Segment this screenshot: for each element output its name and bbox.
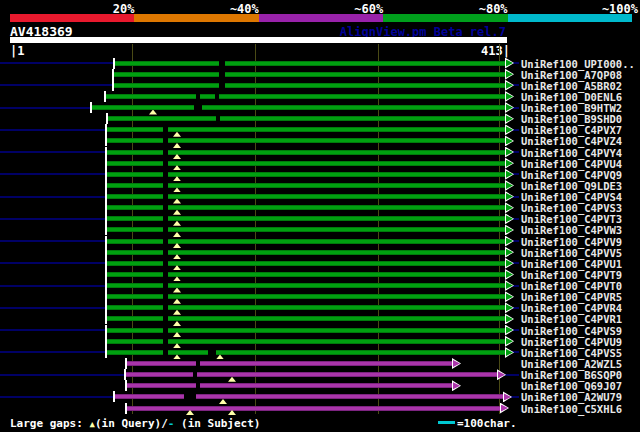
hit-arrowhead: [505, 302, 514, 313]
ruler-scale-icon: [438, 421, 455, 424]
query-gap-triangle: [173, 232, 181, 237]
query-gap-triangle: [173, 132, 181, 137]
start-tick: [125, 403, 127, 414]
hit-bar[interactable]: [114, 61, 505, 66]
hit-arrowhead-fill: [506, 304, 513, 311]
subject-gap-mark: [163, 339, 168, 344]
hit-bar[interactable]: [105, 94, 505, 99]
subject-gap-mark: [215, 94, 219, 99]
hit-arrowhead-fill: [506, 215, 513, 222]
query-gap-triangle: [173, 165, 181, 170]
hit-arrowhead: [505, 102, 514, 113]
hit-arrowhead: [505, 180, 514, 191]
subject-gap-mark: [163, 283, 168, 288]
subject-gap-mark: [163, 316, 168, 321]
hit-bar[interactable]: [126, 406, 500, 411]
start-tick: [105, 213, 107, 224]
start-tick: [104, 91, 106, 102]
start-tick: [105, 247, 107, 258]
subject-gap-mark: [163, 227, 168, 232]
query-gap-triangle: [219, 399, 227, 404]
legend-gaps-suffix: (in Subject): [174, 417, 260, 430]
query-gap-triangle: [173, 343, 181, 348]
legend-gaps-mid: (in Query)/: [95, 417, 168, 430]
start-tick: [90, 102, 92, 113]
subject-gap-mark: [193, 372, 197, 377]
subject-gap-mark: [184, 394, 196, 399]
scale-label: ~60%: [354, 2, 383, 16]
hit-arrowhead: [505, 169, 514, 180]
hit-label[interactable]: UniRef100_C5XHL6: [521, 403, 622, 415]
subject-gap-mark: [163, 261, 168, 266]
start-tick: [105, 236, 107, 247]
start-tick: [112, 69, 114, 80]
hit-bar[interactable]: [126, 361, 452, 366]
scale-label: 20%: [113, 2, 135, 16]
start-tick: [105, 202, 107, 213]
alignview-screen: 20%~40%~60%~80%~100% AV418369 AlignView.…: [0, 0, 640, 432]
hit-bar[interactable]: [114, 394, 503, 399]
start-tick: [105, 336, 107, 347]
hit-arrowhead-fill: [506, 171, 513, 178]
hit-arrowhead: [452, 380, 461, 391]
hit-arrowhead: [505, 224, 514, 235]
hit-arrowhead: [505, 124, 514, 135]
hit-arrowhead-fill: [506, 160, 513, 167]
start-tick: [105, 280, 107, 291]
start-tick: [105, 258, 107, 269]
subject-gap-mark: [163, 127, 168, 132]
query-bar: [10, 37, 507, 43]
hit-bar[interactable]: [113, 72, 505, 77]
hit-arrowhead-fill: [498, 371, 505, 378]
hit-arrowhead: [505, 213, 514, 224]
hit-arrowhead: [505, 236, 514, 247]
subject-gap-mark: [163, 328, 168, 333]
hit-arrowhead: [503, 391, 512, 402]
start-tick: [105, 147, 107, 158]
subject-gap-mark: [163, 250, 168, 255]
start-tick: [112, 80, 114, 91]
hit-arrowhead-fill: [506, 60, 513, 67]
hit-bar[interactable]: [91, 105, 505, 110]
hit-arrowhead-fill: [506, 226, 513, 233]
hit-arrowhead-fill: [501, 405, 508, 412]
hit-arrowhead-fill: [506, 315, 513, 322]
hit-arrowhead-fill: [506, 82, 513, 89]
hit-row: UniRef100_C5XHL6: [0, 403, 640, 415]
subject-gap-mark: [163, 294, 168, 299]
query-gap-triangle: [173, 210, 181, 215]
hit-bar[interactable]: [107, 116, 505, 121]
hit-arrowhead: [505, 69, 514, 80]
hit-arrowhead-fill: [506, 282, 513, 289]
start-tick: [125, 358, 127, 369]
start-tick: [105, 302, 107, 313]
hit-arrowhead-fill: [506, 126, 513, 133]
hit-arrowhead-fill: [506, 204, 513, 211]
hit-arrowhead: [505, 113, 514, 124]
scale-label: ~80%: [479, 2, 508, 16]
hit-arrowhead-fill: [506, 104, 513, 111]
query-gap-triangle: [186, 410, 194, 415]
hit-arrowhead: [505, 158, 514, 169]
hit-arrowhead-fill: [506, 260, 513, 267]
start-tick: [105, 325, 107, 336]
hit-arrowhead: [500, 403, 509, 414]
subject-gap-mark: [163, 138, 168, 143]
hit-arrowhead: [505, 325, 514, 336]
hit-arrowhead-fill: [506, 149, 513, 156]
hit-bar[interactable]: [113, 83, 505, 88]
hit-bar[interactable]: [126, 383, 452, 388]
query-gap-triangle: [173, 143, 181, 148]
hit-arrowhead-fill: [506, 349, 513, 356]
query-gap-triangle: [228, 410, 236, 415]
subject-gap-mark: [163, 305, 168, 310]
hit-arrowhead: [505, 258, 514, 269]
query-gap-triangle: [173, 321, 181, 326]
subject-gap-mark: [196, 361, 200, 366]
hit-arrowhead: [505, 313, 514, 324]
subject-gap-mark: [219, 61, 225, 66]
hit-bar[interactable]: [125, 372, 497, 377]
query-gap-triangle: [173, 354, 181, 359]
start-tick: [105, 269, 107, 280]
hit-arrowhead-fill: [506, 327, 513, 334]
